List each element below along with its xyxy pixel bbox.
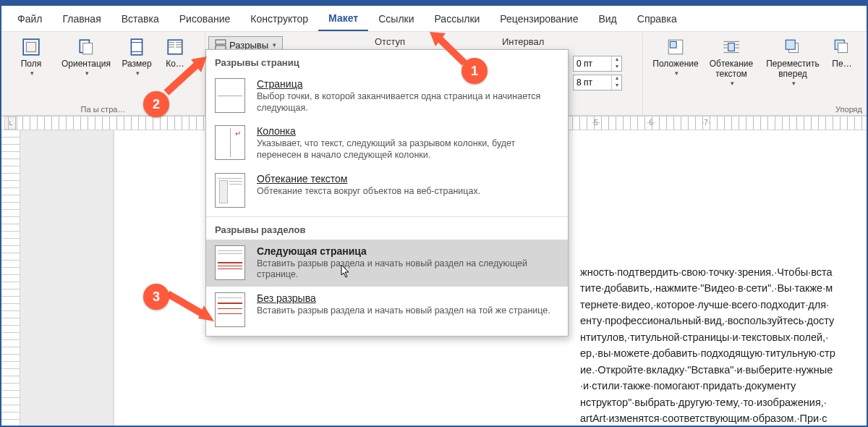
tab-file[interactable]: Файл: [7, 6, 52, 31]
margins-button[interactable]: Поля ▾: [6, 35, 56, 103]
break-column-title: Колонка: [257, 125, 559, 137]
annotation-callout-2: 2: [143, 91, 169, 117]
spacing-after-spinner[interactable]: ▴▾: [573, 75, 622, 90]
tab-help[interactable]: Справка: [627, 6, 687, 31]
svg-rect-15: [670, 41, 676, 48]
backward-label: Пе…: [832, 59, 851, 69]
column-break-icon: ↵: [215, 125, 245, 160]
break-column-desc: Указывает, что текст, следующий за разры…: [257, 138, 559, 161]
svg-rect-24: [786, 40, 795, 49]
textwrap-break-icon: [215, 173, 245, 208]
ribbon-tabs: Файл Главная Вставка Рисование Конструкт…: [1, 6, 867, 32]
spin-down-icon[interactable]: ▾: [611, 83, 621, 90]
break-continuous-item[interactable]: Без разрыва Вставить разрыв раздела и на…: [206, 287, 568, 333]
ruler-tick: ·5·: [569, 119, 624, 127]
annotation-arrow-2: [162, 54, 213, 97]
page-break-icon: [215, 78, 245, 113]
position-button[interactable]: Положение ▾: [647, 35, 704, 103]
chevron-down-icon: ▾: [136, 69, 140, 77]
break-textwrap-desc: Обтекание текста вокруг объектов на веб-…: [257, 186, 480, 198]
tab-mailings[interactable]: Рассылки: [425, 6, 490, 31]
svg-rect-26: [838, 43, 848, 53]
orientation-label: Ориентация: [61, 59, 111, 69]
breaks-dropdown: Разрывы страниц Страница Выбор точки, в …: [205, 49, 569, 337]
break-next-page-item[interactable]: Следующая страница Вставить разрыв разде…: [206, 240, 568, 287]
annotation-callout-3: 3: [143, 284, 169, 310]
break-continuous-title: Без разрыва: [257, 292, 550, 304]
page-setup-group-label: Па ы стра…: [6, 103, 200, 114]
svg-rect-1: [27, 43, 36, 52]
tab-design[interactable]: Конструктор: [240, 6, 318, 31]
bring-forward-button[interactable]: Переместить вперед ▾: [759, 35, 827, 103]
annotation-callout-1: 1: [461, 58, 488, 84]
break-next-page-title: Следующая страница: [257, 245, 559, 257]
backward-icon: [833, 38, 851, 56]
position-label: Положение: [652, 59, 698, 69]
tab-draw[interactable]: Рисование: [169, 6, 241, 31]
indent-section-label: Отступ: [375, 36, 405, 47]
svg-rect-4: [131, 39, 142, 55]
break-textwrap-item[interactable]: Обтекание текстом Обтекание текста вокру…: [206, 167, 568, 214]
chevron-down-icon: ▾: [792, 80, 796, 87]
spacing-before-spinner[interactable]: ▴▾: [573, 56, 622, 72]
tab-home[interactable]: Главная: [52, 6, 111, 31]
break-next-page-desc: Вставить разрыв раздела и начать новый р…: [257, 258, 559, 281]
next-page-break-icon: [215, 245, 245, 280]
spacing-after-input[interactable]: [574, 77, 611, 88]
break-page-item[interactable]: Страница Выбор точки, в которой заканчив…: [206, 72, 568, 119]
position-icon: [666, 38, 685, 56]
chevron-down-icon: ▾: [85, 69, 89, 77]
forward-icon: [783, 38, 802, 56]
ruler-tick: ·7·: [678, 119, 733, 127]
page-gutter: [20, 130, 114, 426]
svg-rect-12: [216, 40, 226, 44]
margins-label: Поля: [21, 59, 42, 69]
chevron-down-icon: ▾: [273, 41, 276, 48]
break-page-desc: Выбор точки, в которой заканчивается одн…: [257, 91, 559, 114]
svg-rect-3: [83, 43, 93, 54]
size-label: Размер: [122, 59, 151, 69]
dropdown-section-page-breaks: Разрывы страниц: [206, 50, 568, 72]
chevron-down-icon: ▾: [675, 69, 678, 77]
margins-icon: [22, 38, 41, 56]
mouse-cursor-icon: [341, 264, 351, 279]
chevron-down-icon: ▾: [731, 80, 734, 87]
break-continuous-desc: Вставить разрыв раздела и начать новый р…: [257, 305, 550, 317]
forward-label: Переместить вперед: [760, 59, 825, 80]
spin-down-icon[interactable]: ▾: [611, 64, 621, 71]
document-text: жность·подтвердить·свою·точку·зрения.·Чт…: [580, 264, 855, 426]
arrange-group-label: Упоряд: [647, 103, 862, 114]
dropdown-section-section-breaks: Разрывы разделов: [206, 217, 568, 240]
annotation-arrow-3: [163, 289, 221, 326]
ruler-tick: ·6·: [624, 119, 678, 127]
break-column-item[interactable]: ↵ Колонка Указывает, что текст, следующи…: [206, 119, 568, 166]
wrap-text-button[interactable]: Обтекание текстом ▾: [704, 35, 759, 103]
send-backward-button[interactable]: Пе…: [827, 35, 857, 103]
break-textwrap-title: Обтекание текстом: [257, 173, 480, 185]
spacing-section-label: Интервал: [502, 36, 544, 47]
tab-layout[interactable]: Макет: [318, 6, 368, 31]
spacing-before-input[interactable]: [574, 59, 611, 69]
orientation-icon: [77, 38, 95, 56]
svg-rect-16: [728, 43, 735, 51]
wrap-label: Обтекание текстом: [705, 59, 757, 80]
size-icon: [127, 38, 146, 56]
tab-view[interactable]: Вид: [588, 6, 626, 31]
wrap-icon: [722, 38, 741, 56]
svg-rect-0: [23, 39, 39, 55]
tab-insert[interactable]: Вставка: [111, 6, 169, 31]
break-page-title: Страница: [257, 78, 559, 90]
vertical-ruler[interactable]: [1, 130, 20, 426]
chevron-down-icon: ▾: [30, 69, 34, 77]
orientation-button[interactable]: Ориентация ▾: [56, 35, 116, 103]
tab-review[interactable]: Рецензирование: [490, 6, 588, 31]
tab-references[interactable]: Ссылки: [368, 6, 424, 31]
